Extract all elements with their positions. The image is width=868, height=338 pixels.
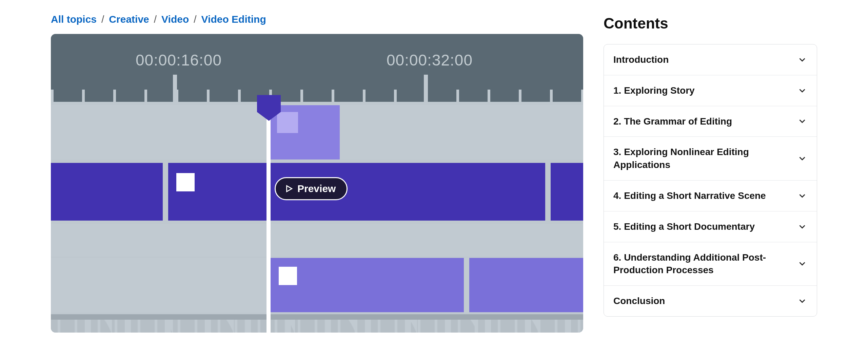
toc-item-grammar-editing[interactable]: 2. The Grammar of Editing	[604, 106, 817, 137]
toc-item-label: Introduction	[613, 53, 669, 66]
toc-item-label: 5. Editing a Short Documentary	[613, 220, 755, 233]
breadcrumb: All topics / Creative / Video / Video Ed…	[51, 14, 583, 25]
clip-thumb-icon	[279, 267, 297, 285]
preview-button[interactable]: Preview	[275, 177, 348, 200]
timeline-header: 00:00:16:00 00:00:32:00	[51, 34, 583, 102]
chevron-down-icon	[797, 222, 807, 232]
toc-item-short-documentary[interactable]: 5. Editing a Short Documentary	[604, 211, 817, 242]
clip	[51, 163, 163, 221]
timecode-2: 00:00:32:00	[387, 51, 473, 69]
audio-waveform-icon	[51, 320, 583, 333]
timeline-track-1	[51, 105, 583, 159]
contents-title: Contents	[604, 15, 817, 32]
timeline-track-spacer	[51, 224, 583, 256]
toc-item-exploring-story[interactable]: 1. Exploring Story	[604, 75, 817, 106]
playhead-marker-icon	[257, 95, 281, 112]
preview-button-label: Preview	[297, 183, 336, 194]
toc-item-label: 4. Editing a Short Narrative Scene	[613, 189, 766, 202]
contents-list: Introduction 1. Exploring Story 2. The G…	[604, 44, 817, 317]
clip-thumb-icon	[176, 173, 195, 191]
clip	[168, 163, 267, 221]
breadcrumb-link-creative[interactable]: Creative	[109, 14, 149, 25]
toc-item-introduction[interactable]: Introduction	[604, 44, 817, 75]
toc-item-conclusion[interactable]: Conclusion	[604, 286, 817, 316]
toc-item-label: 2. The Grammar of Editing	[613, 115, 732, 128]
timeline-divider	[51, 314, 583, 320]
chevron-down-icon	[797, 296, 807, 306]
ruler-major-ticks	[51, 75, 583, 102]
toc-item-label: 6. Understanding Additional Post-Product…	[613, 251, 790, 277]
playhead-line	[267, 104, 271, 333]
timeline-track-3	[51, 258, 583, 312]
contents-sidebar: Contents Introduction 1. Exploring Story…	[604, 14, 817, 317]
chevron-down-icon	[797, 116, 807, 126]
breadcrumb-link-video[interactable]: Video	[161, 14, 189, 25]
toc-item-label: Conclusion	[613, 295, 665, 307]
toc-item-narrative-scene[interactable]: 4. Editing a Short Narrative Scene	[604, 181, 817, 211]
chevron-down-icon	[797, 55, 807, 65]
timeline-audio-track	[51, 320, 583, 333]
clip	[551, 163, 583, 221]
timecode-1: 00:00:16:00	[136, 51, 222, 69]
clip	[469, 258, 583, 312]
clip	[271, 258, 464, 312]
breadcrumb-link-video-editing[interactable]: Video Editing	[201, 14, 266, 25]
chevron-down-icon	[797, 259, 807, 269]
chevron-down-icon	[797, 153, 807, 164]
chevron-down-icon	[797, 86, 807, 96]
breadcrumb-separator: /	[101, 14, 104, 25]
breadcrumb-separator: /	[154, 14, 157, 25]
breadcrumb-separator: /	[194, 14, 196, 25]
course-hero-artwork[interactable]: 00:00:16:00 00:00:32:00	[51, 34, 583, 333]
play-icon	[284, 184, 293, 193]
toc-item-post-production[interactable]: 6. Understanding Additional Post-Product…	[604, 242, 817, 286]
breadcrumb-link-all-topics[interactable]: All topics	[51, 14, 97, 25]
toc-item-label: 1. Exploring Story	[613, 84, 695, 97]
chevron-down-icon	[797, 191, 807, 201]
toc-item-label: 3. Exploring Nonlinear Editing Applicati…	[613, 146, 790, 171]
toc-item-nonlinear-editing[interactable]: 3. Exploring Nonlinear Editing Applicati…	[604, 137, 817, 181]
